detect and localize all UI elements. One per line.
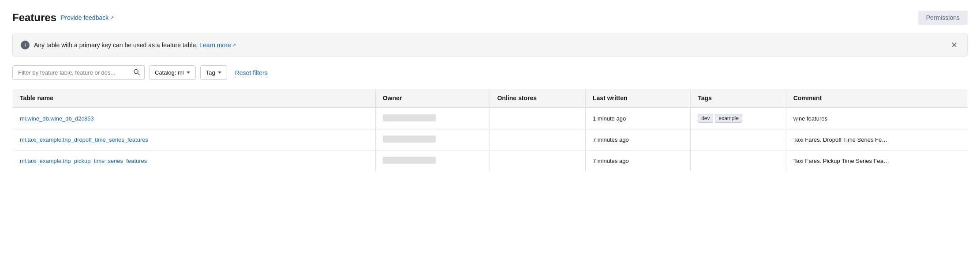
col-header-tags: Tags <box>691 89 786 108</box>
catalog-filter-label: Catalog: ml <box>155 69 184 76</box>
tag-badge: example <box>715 114 742 123</box>
cell-comment: Taxi Fares. Dropoff Time Series Fe… <box>786 129 967 151</box>
header-row: Features Provide feedback ↗ Permissions <box>12 11 968 25</box>
cell-online-stores <box>490 129 586 151</box>
reset-filters-button[interactable]: Reset filters <box>232 68 271 78</box>
table-row: ml.taxi_example.trip_dropoff_time_series… <box>13 129 968 151</box>
cell-owner <box>375 129 490 151</box>
external-link-icon-2: ↗ <box>232 42 236 48</box>
search-input[interactable] <box>12 65 145 80</box>
cell-name: ml.taxi_example.trip_pickup_time_series_… <box>13 151 376 172</box>
owner-placeholder <box>383 114 436 121</box>
table-row: ml.wine_db.wine_db_d2c8531 minute agodev… <box>13 107 968 129</box>
col-header-name: Table name <box>13 89 376 108</box>
chevron-down-icon <box>187 72 190 74</box>
tag-badge: dev <box>698 114 713 123</box>
cell-online-stores <box>490 151 586 172</box>
cell-name: ml.wine_db.wine_db_d2c853 <box>13 107 376 129</box>
cell-owner <box>375 107 490 129</box>
learn-more-link[interactable]: Learn more ↗ <box>199 41 236 49</box>
cell-owner <box>375 151 490 172</box>
table-row: ml.taxi_example.trip_pickup_time_series_… <box>13 151 968 172</box>
cell-last-written: 1 minute ago <box>585 107 690 129</box>
cell-tags <box>691 129 786 151</box>
cell-tags: devexample <box>691 107 786 129</box>
table-name-link[interactable]: ml.taxi_example.trip_pickup_time_series_… <box>20 158 147 164</box>
col-header-online-stores: Online stores <box>490 89 586 108</box>
cell-online-stores <box>490 107 586 129</box>
feedback-link[interactable]: Provide feedback ↗ <box>61 14 114 21</box>
table-name-link[interactable]: ml.wine_db.wine_db_d2c853 <box>20 115 94 122</box>
search-wrapper <box>12 65 145 80</box>
feedback-label: Provide feedback <box>61 14 108 21</box>
cell-comment: wine features <box>786 107 967 129</box>
cell-tags <box>691 151 786 172</box>
col-header-comment: Comment <box>786 89 967 108</box>
table-header-row: Table name Owner Online stores Last writ… <box>13 89 968 108</box>
catalog-filter-dropdown[interactable]: Catalog: ml <box>149 65 196 80</box>
owner-placeholder <box>383 136 436 143</box>
tag-filter-label: Tag <box>206 69 215 76</box>
chevron-down-icon-2 <box>218 72 221 74</box>
external-link-icon: ↗ <box>110 15 114 21</box>
tag-filter-dropdown[interactable]: Tag <box>200 65 227 80</box>
col-header-owner: Owner <box>375 89 490 108</box>
header-left: Features Provide feedback ↗ <box>12 11 114 24</box>
banner-close-button[interactable]: ✕ <box>949 40 959 50</box>
info-banner: i Any table with a primary key can be us… <box>12 34 968 57</box>
permissions-button[interactable]: Permissions <box>918 11 968 25</box>
info-banner-text: Any table with a primary key can be used… <box>34 41 236 49</box>
feature-table: Table name Owner Online stores Last writ… <box>12 89 968 172</box>
search-icon <box>133 68 140 75</box>
table-name-link[interactable]: ml.taxi_example.trip_dropoff_time_series… <box>20 136 148 143</box>
page-title: Features <box>12 11 56 24</box>
cell-last-written: 7 minutes ago <box>585 151 690 172</box>
cell-last-written: 7 minutes ago <box>585 129 690 151</box>
owner-placeholder <box>383 157 436 164</box>
cell-name: ml.taxi_example.trip_dropoff_time_series… <box>13 129 376 151</box>
search-button[interactable] <box>132 68 141 78</box>
info-icon: i <box>21 41 30 49</box>
svg-line-1 <box>138 73 139 75</box>
col-header-last-written: Last written <box>585 89 690 108</box>
filter-row: Catalog: ml Tag Reset filters <box>12 65 968 80</box>
info-banner-left: i Any table with a primary key can be us… <box>21 41 236 49</box>
cell-comment: Taxi Fares. Pickup Time Series Fea… <box>786 151 967 172</box>
